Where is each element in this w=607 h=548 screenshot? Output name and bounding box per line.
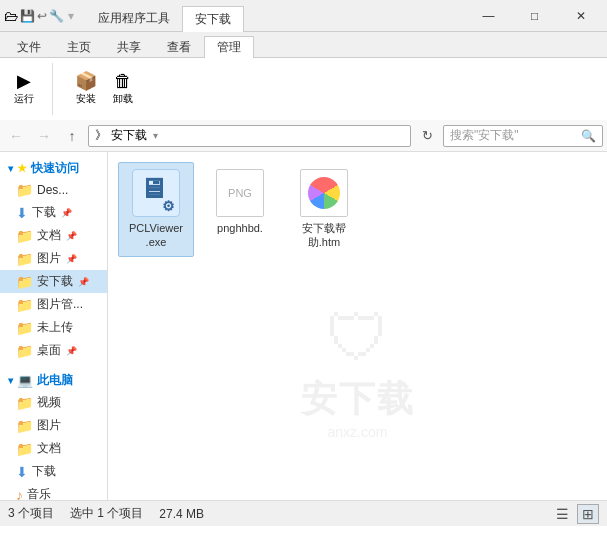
tab-share[interactable]: 共享 [104,36,154,57]
breadcrumb-dropdown-icon: ▾ [153,130,158,141]
watermark-text-small: anxz.com [328,424,388,440]
breadcrumb-folder: 安下载 [111,127,147,144]
folder-icon-pic: 📁 [16,251,33,267]
forward-button[interactable]: → [32,124,56,148]
folder-icon: 🗁 [4,8,18,24]
folder-icon-doc: 📁 [16,228,33,244]
install-button[interactable]: 📦 安装 [69,70,103,108]
run-label: 运行 [14,92,34,106]
sidebar-item-pictures-quick[interactable]: 📁 图片 📌 [0,247,107,270]
folder-icon-dl: ⬇ [16,205,28,221]
main-layout: ▾ ★ 快速访问 📁 Des... ⬇ 下载 📌 📁 文档 📌 📁 图片 📌 📁… [0,152,607,500]
htm-icon [300,169,348,217]
size-info: 27.4 MB [159,507,204,521]
item-count: 3 个项目 [8,505,54,522]
file-grid: ⚙ PCLViewer.exe PNG pnghhbd. [118,162,597,257]
sidebar-item-desktop2[interactable]: 📁 桌面 📌 [0,339,107,362]
save-icon: 💾 [20,9,35,23]
sidebar-pc-label[interactable]: ▾ 💻 此电脑 [0,368,107,391]
sidebar-item-documents-quick[interactable]: 📁 文档 📌 [0,224,107,247]
search-placeholder: 搜索"安下载" [450,127,519,144]
tab-home[interactable]: 主页 [54,36,104,57]
file-item-png[interactable]: PNG pnghhbd. [202,162,278,257]
file-item-pclviewer[interactable]: ⚙ PCLViewer.exe [118,162,194,257]
install-icon: 📦 [75,72,97,90]
quickaccess-star-icon: ★ [17,162,27,175]
quick-toolbar: 🗁 💾 ↩ 🔧 ▾ [4,8,74,24]
selected-info: 选中 1 个项目 [70,505,143,522]
music-icon: ♪ [16,487,23,501]
title-bar-left: 🗁 💾 ↩ 🔧 ▾ 应用程序工具 安下载 [4,0,466,32]
folder-icon-docpc: 📁 [16,441,33,457]
sidebar-item-downloads-pc[interactable]: ⬇ 下载 [0,460,107,483]
uninstall-icon: 🗑 [114,72,132,90]
sidebar-item-desktop[interactable]: 📁 Des... [0,179,107,201]
tab-file[interactable]: 文件 [4,36,54,57]
pin-icon-dl: 📌 [61,208,72,218]
title-bar: 🗁 💾 ↩ 🔧 ▾ 应用程序工具 安下载 — □ ✕ [0,0,607,32]
sidebar-item-pictures-pc[interactable]: 📁 图片 [0,414,107,437]
properties-icon: 🔧 [49,9,64,23]
sidebar-item-anzaixai-quick[interactable]: 📁 安下载 📌 [0,270,107,293]
sidebar-item-documents-pc[interactable]: 📁 文档 [0,437,107,460]
run-button[interactable]: ▶ 运行 [8,70,40,108]
pc-expand-icon: ▾ [8,375,13,386]
ribbon-content: ▶ 运行 📦 安装 🗑 卸载 [0,58,607,120]
folder-icon-desk2: 📁 [16,343,33,359]
sidebar-item-downloads-quick[interactable]: ⬇ 下载 📌 [0,201,107,224]
status-bar: 3 个项目 选中 1 个项目 27.4 MB ☰ ⊞ [0,500,607,526]
up-button[interactable]: ↑ [60,124,84,148]
pc-icon: 💻 [17,373,33,388]
folder-icon-picmgr: 📁 [16,297,33,313]
sidebar-item-video[interactable]: 📁 视频 [0,391,107,414]
pin-icon-doc: 📌 [66,231,77,241]
watermark-text-large: 安下载 [301,375,415,424]
folder-icon-upload: 📁 [16,320,33,336]
sidebar-item-upload[interactable]: 📁 未上传 [0,316,107,339]
large-icons-view-button[interactable]: ⊞ [577,504,599,524]
pclviewer-icon: ⚙ [132,169,180,217]
search-icon: 🔍 [581,129,596,143]
run-icon: ▶ [17,72,31,90]
dropdown-icon[interactable]: ▾ [68,9,74,23]
folder-icon-az: 📁 [16,274,33,290]
tab-view[interactable]: 查看 [154,36,204,57]
refresh-button[interactable]: ↻ [415,124,439,148]
folder-icon-video: 📁 [16,395,33,411]
breadcrumb-root: 》 [95,127,107,144]
tab-download-active[interactable]: 安下载 [182,6,244,32]
statusbar-right: ☰ ⊞ [551,504,599,524]
watermark: 🛡 安下载 anxz.com [301,301,415,440]
png-icon: PNG [216,169,264,217]
pin-icon-pic: 📌 [66,254,77,264]
quickaccess-expand-icon: ▾ [8,163,13,174]
pin-icon-az: 📌 [78,277,89,287]
htm-name: 安下载帮助.htm [302,221,346,250]
title-tabs: 应用程序工具 安下载 [86,0,244,32]
undo-icon: ↩ [37,9,47,23]
folder-icon-picpc: 📁 [16,418,33,434]
maximize-button[interactable]: □ [512,2,557,30]
file-area: ⚙ PCLViewer.exe PNG pnghhbd. [108,152,607,500]
sidebar-item-music[interactable]: ♪ 音乐 [0,483,107,500]
tab-manage[interactable]: 管理 [204,36,254,58]
sidebar-quickaccess-label[interactable]: ▾ ★ 快速访问 [0,156,107,179]
file-item-htm[interactable]: 安下载帮助.htm [286,162,362,257]
breadcrumb[interactable]: 》 安下载 ▾ [88,125,411,147]
ribbon-group-tools: 📦 安装 🗑 卸载 [69,63,151,115]
minimize-button[interactable]: — [466,2,511,30]
uninstall-button[interactable]: 🗑 卸载 [107,70,139,108]
ribbon-group-run: ▶ 运行 [8,63,53,115]
sidebar: ▾ ★ 快速访问 📁 Des... ⬇ 下载 📌 📁 文档 📌 📁 图片 📌 📁… [0,152,108,500]
tab-app-tools[interactable]: 应用程序工具 [86,6,182,32]
pin-icon-desk2: 📌 [66,346,77,356]
window-controls: — □ ✕ [466,2,603,30]
watermark-icon: 🛡 [326,301,390,375]
png-name: pnghhbd. [217,221,263,235]
search-bar[interactable]: 搜索"安下载" 🔍 [443,125,603,147]
sidebar-item-picmanager[interactable]: 📁 图片管... [0,293,107,316]
address-bar: ← → ↑ 》 安下载 ▾ ↻ 搜索"安下载" 🔍 [0,120,607,152]
close-button[interactable]: ✕ [558,2,603,30]
details-view-button[interactable]: ☰ [551,504,573,524]
back-button[interactable]: ← [4,124,28,148]
